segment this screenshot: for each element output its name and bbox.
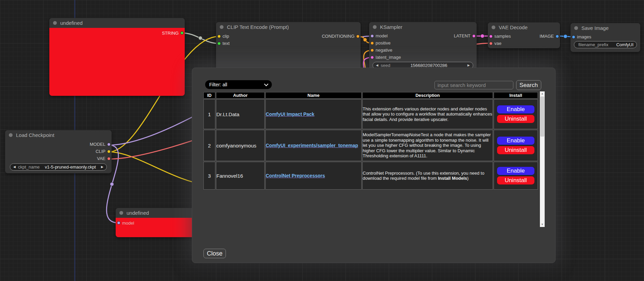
enable-button[interactable]: Enable	[497, 105, 535, 114]
widget-label: filename_prefix	[578, 42, 608, 47]
node-collapse-dot[interactable]	[574, 26, 578, 30]
col-header-id: ID	[203, 92, 215, 99]
filename-prefix-widget[interactable]: filename_prefix ComfyUI	[574, 41, 637, 48]
port-clip-input[interactable]	[217, 35, 221, 38]
extension-link[interactable]: ControlNet Preprocessors	[266, 173, 325, 178]
input-label: positive	[376, 40, 391, 46]
port-text-input[interactable]	[217, 42, 221, 45]
decrement-arrow-icon[interactable]: ◀	[13, 165, 16, 169]
input-label: images	[577, 34, 591, 39]
uninstall-button[interactable]: Uninstall	[497, 146, 535, 155]
port-vae-output[interactable]	[107, 157, 111, 160]
node-title: KSampler	[380, 24, 402, 30]
node-collapse-dot[interactable]	[9, 133, 13, 137]
increment-arrow-icon[interactable]: ▶	[101, 165, 103, 169]
table-scrollbar[interactable]: ▲ ▼	[540, 91, 545, 227]
cell-author: Fannovel16	[216, 162, 265, 190]
uninstall-button[interactable]: Uninstall	[497, 176, 535, 185]
cell-author: comfyanonymous	[216, 130, 265, 161]
cell-description: ModelSamplerTonemapNoiseTest a node that…	[362, 130, 493, 161]
node-collapse-dot[interactable]	[373, 25, 377, 29]
port-model-output[interactable]	[107, 143, 111, 146]
input-label: samples	[494, 34, 511, 39]
cell-description: This extension offers various detector n…	[362, 99, 493, 129]
cell-description: ControlNet Preprocessors. (To use this e…	[362, 162, 493, 190]
node-vae-decode[interactable]: VAE Decode samples IMAGE vae	[488, 22, 560, 48]
extension-link[interactable]: ComfyUI_experiments/sampler_tonemap	[266, 143, 358, 148]
node-collapse-dot[interactable]	[220, 25, 224, 29]
port-samples-input[interactable]	[489, 35, 493, 38]
widget-value: ComfyUI	[616, 42, 633, 47]
link-dot	[481, 34, 484, 38]
extension-link[interactable]: ComfyUI Impact Pack	[266, 111, 314, 117]
widget-value: v1-5-pruned-emaonly.ckpt	[45, 164, 96, 170]
cell-install: Enable Uninstall	[494, 99, 538, 129]
link-dot	[110, 182, 114, 186]
input-label: latent_image	[376, 55, 401, 60]
decrement-arrow-icon[interactable]: ◀	[376, 64, 378, 67]
port-string-output[interactable]	[180, 31, 184, 35]
port-model-input[interactable]	[370, 34, 374, 38]
comfyui-canvas[interactable]: undefined STRING CLIP Text Encode (Promp…	[0, 0, 644, 281]
output-label: STRING	[162, 31, 179, 36]
cell-install: Enable Uninstall	[494, 130, 538, 161]
input-label: text	[222, 41, 230, 46]
port-latent-output[interactable]	[472, 34, 476, 38]
table-header-row: ID Author Name Description Install	[203, 92, 538, 99]
scrollbar-thumb[interactable]	[540, 96, 544, 137]
node-ksampler[interactable]: KSampler model LATENT positive negative …	[369, 22, 477, 73]
output-label: CLIP	[96, 149, 105, 154]
port-conditioning-output[interactable]	[356, 35, 360, 38]
cell-install: Enable Uninstall	[494, 162, 538, 190]
col-header-description: Description	[362, 92, 493, 99]
input-label: model	[122, 221, 134, 226]
close-button[interactable]: Close	[203, 249, 226, 258]
node-title: CLIP Text Encode (Prompt)	[227, 24, 289, 30]
col-header-name: Name	[265, 92, 362, 99]
widget-label: ckpt_name	[18, 164, 40, 170]
seed-label: seed	[381, 63, 390, 68]
port-image-output[interactable]	[556, 35, 559, 38]
table-row: 1 Dr.Lt.Data ComfyUI Impact Pack This ex…	[203, 99, 538, 129]
port-clip-output[interactable]	[107, 150, 111, 153]
table-row: 3 Fannovel16 ControlNet Preprocessors Co…	[203, 162, 538, 190]
enable-button[interactable]: Enable	[497, 136, 535, 145]
node-collapse-dot[interactable]	[492, 25, 495, 29]
port-latent-image-input[interactable]	[370, 56, 374, 59]
cell-author: Dr.Lt.Data	[216, 99, 265, 129]
scrollbar-up-icon[interactable]: ▲	[540, 91, 545, 96]
node-collapse-dot[interactable]	[53, 21, 57, 25]
output-label: CONDITIONING	[322, 34, 354, 39]
port-vae-input[interactable]	[489, 42, 493, 45]
link-dot	[564, 35, 567, 38]
increment-arrow-icon[interactable]: ▶	[467, 64, 470, 67]
node-title: undefined	[60, 20, 83, 26]
search-button[interactable]: Search	[516, 80, 541, 90]
cell-id: 1	[203, 99, 215, 129]
enable-button[interactable]: Enable	[497, 166, 535, 175]
output-label: VAE	[97, 156, 105, 161]
node-save-image[interactable]: Save Image images filename_prefix ComfyU…	[571, 23, 640, 52]
search-input[interactable]	[434, 81, 513, 89]
ckpt-name-widget[interactable]: ◀ ckpt_name v1-5-pruned-emaonly.ckpt ▶	[10, 163, 107, 171]
port-model-input[interactable]	[117, 221, 120, 225]
extensions-table: ID Author Name Description Install 1 Dr.…	[203, 91, 539, 190]
port-negative-input[interactable]	[370, 49, 374, 52]
custom-nodes-dialog: Filter: all Search ID Author Name Descri…	[192, 68, 556, 263]
col-header-author: Author	[216, 92, 265, 99]
col-header-install: Install	[494, 92, 538, 99]
node-load-checkpoint[interactable]: Load Checkpoint MODEL CLIP VAE ◀ ckpt_na…	[5, 130, 112, 173]
node-title: undefined	[127, 210, 149, 216]
port-images-input[interactable]	[572, 35, 575, 39]
port-positive-input[interactable]	[370, 41, 374, 45]
uninstall-button[interactable]: Uninstall	[497, 115, 535, 123]
node-collapse-dot[interactable]	[119, 211, 123, 215]
filter-select[interactable]: Filter: all	[205, 80, 272, 89]
filter-label: Filter: all	[209, 82, 227, 87]
input-label: clip	[222, 34, 229, 39]
output-label: IMAGE	[540, 34, 554, 39]
node-undefined-top[interactable]: undefined STRING	[49, 18, 185, 96]
input-label: negative	[376, 48, 392, 53]
scrollbar-down-icon[interactable]: ▼	[540, 222, 545, 227]
link-dot	[363, 38, 367, 42]
